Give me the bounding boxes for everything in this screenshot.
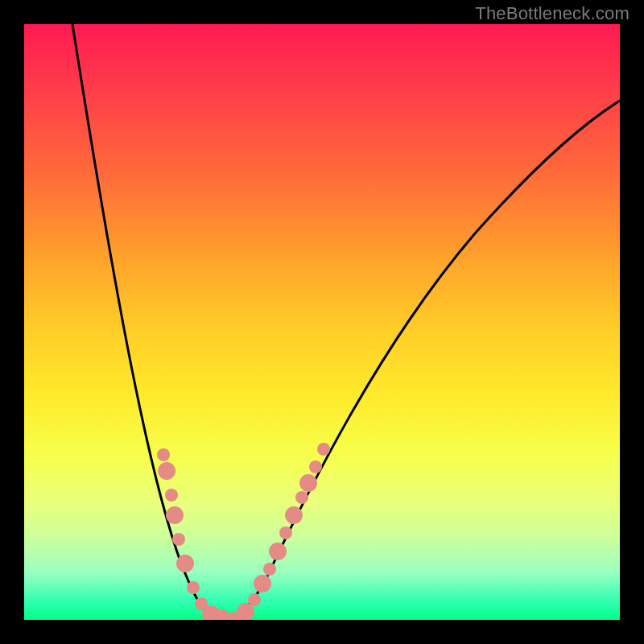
curve-marker-dot (279, 526, 292, 539)
curve-marker-dot (248, 593, 261, 606)
bottleneck-curve (72, 24, 620, 618)
curve-marker-dot (285, 506, 303, 524)
curve-marker-dot (263, 563, 276, 576)
curve-marker-dot (295, 491, 308, 504)
curve-marker-dot (157, 448, 170, 461)
curve-marker-dot (166, 506, 184, 524)
chart-stage: TheBottleneck.com (0, 0, 644, 644)
curve-svg (24, 24, 620, 620)
curve-marker-dot (176, 555, 194, 572)
curve-marker-dot (165, 489, 178, 502)
watermark-text: TheBottleneck.com (475, 3, 630, 24)
curve-marker-dot (158, 462, 175, 480)
curve-marker-dot (187, 581, 200, 594)
curve-marker-dot (309, 460, 322, 473)
curve-marker-dot (172, 533, 185, 546)
plot-area (24, 24, 620, 620)
curve-marker-dot (299, 474, 317, 492)
curve-marker-dot (269, 543, 287, 560)
curve-markers (157, 443, 330, 620)
curve-marker-dot (317, 443, 330, 456)
curve-marker-dot (254, 575, 271, 592)
